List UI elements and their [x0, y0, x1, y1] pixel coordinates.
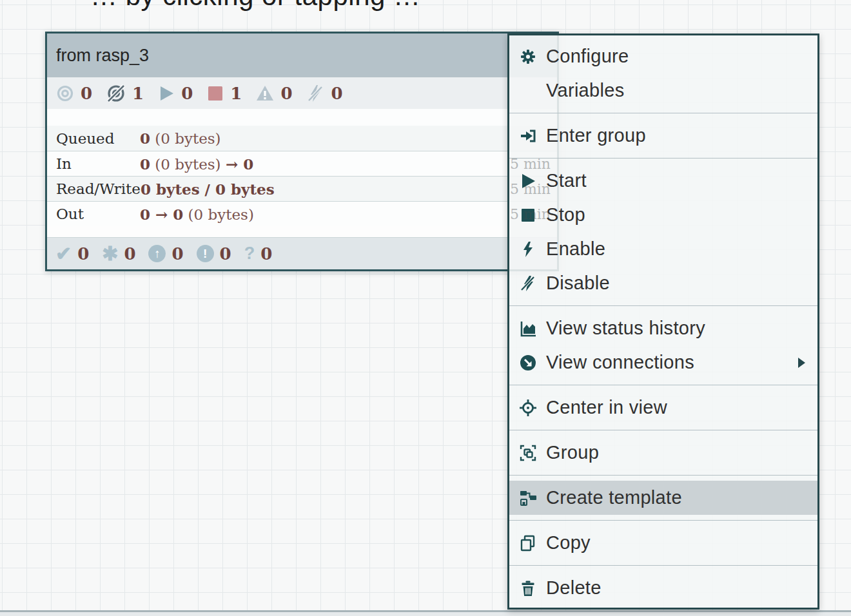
- process-group-footer: ✔ 0 ✱ 0 ↑ 0 ! 0 ? 0: [47, 237, 557, 269]
- asterisk-icon: ✱: [102, 244, 118, 264]
- menu-item-variables[interactable]: Variables: [509, 73, 817, 108]
- disabled-count: 0: [331, 84, 342, 103]
- menu-item-create-template[interactable]: Create template: [509, 481, 817, 515]
- stat-five-min: 5 min: [510, 156, 551, 172]
- menu-item-configure[interactable]: Configure: [509, 39, 817, 73]
- stat-label: Out: [56, 206, 140, 222]
- canvas-bottom-edge: [0, 610, 851, 616]
- status-invalid: 0: [255, 84, 292, 103]
- menu-item-enter-group[interactable]: Enter group: [509, 119, 817, 153]
- create-template-icon: [518, 489, 538, 507]
- menu-separator: [509, 385, 817, 385]
- menu-item-label: Enable: [546, 238, 605, 260]
- gear-icon: [518, 48, 538, 66]
- stat-row-in: In 0 (0 bytes) → 0 5 min: [47, 151, 557, 176]
- not-transmitting-icon: [106, 83, 126, 104]
- enter-group-icon: [518, 127, 538, 145]
- status-not-transmitting: 1: [106, 83, 144, 104]
- version-stale: ↑ 0: [148, 244, 183, 264]
- process-group-status-bar: 0 1 0 1: [47, 77, 557, 109]
- menu-item-label: View status history: [546, 318, 705, 339]
- area-chart-icon: [518, 320, 538, 338]
- stat-row-read-write: Read/Write 0 bytes / 0 bytes 5 min: [47, 176, 557, 201]
- exclamation-circle-icon: !: [197, 245, 214, 262]
- up-arrow-circle-icon: ↑: [148, 245, 166, 262]
- menu-item-group[interactable]: Group: [509, 436, 817, 470]
- stat-row-out: Out 0 → 0 (0 bytes) 5 min: [47, 201, 557, 226]
- menu-item-label: Center in view: [546, 397, 667, 418]
- submenu-arrow-icon: [798, 357, 806, 369]
- menu-item-label: Copy: [546, 532, 591, 553]
- locally-modified-stale-count: 0: [220, 244, 231, 264]
- version-locally-modified: ✱ 0: [102, 244, 135, 264]
- stat-value: 0 bytes / 0 bytes: [141, 180, 275, 198]
- locally-modified-count: 0: [124, 244, 135, 264]
- menu-item-view-status-history[interactable]: View status history: [509, 311, 817, 345]
- stat-five-min: 5 min: [510, 181, 551, 197]
- menu-item-view-connections[interactable]: View connections: [509, 345, 817, 380]
- menu-item-center-in-view[interactable]: Center in view: [509, 390, 817, 425]
- status-disabled: 0: [306, 84, 342, 103]
- menu-separator: [509, 158, 817, 159]
- menu-item-copy[interactable]: Copy: [509, 526, 817, 560]
- stat-label: Read/Write: [56, 180, 141, 197]
- stat-five-min: 5 min: [510, 206, 551, 222]
- menu-item-label: Start: [546, 170, 587, 191]
- menu-item-enable[interactable]: Enable: [509, 232, 817, 266]
- sync-failure-count: 0: [260, 244, 272, 264]
- menu-item-delete[interactable]: Delete: [509, 571, 817, 605]
- stat-label: Queued: [56, 130, 140, 147]
- stat-value: 0 (0 bytes): [140, 130, 221, 147]
- menu-separator: [509, 305, 817, 306]
- transmitting-icon: [55, 84, 75, 103]
- status-stopped: 1: [206, 84, 242, 103]
- menu-item-label: Configure: [546, 46, 629, 67]
- clipped-heading-text: … by clicking or tapping …: [90, 0, 709, 12]
- lightning-icon: [518, 241, 538, 258]
- stat-row-queued: Queued 0 (0 bytes): [47, 126, 557, 151]
- running-count: 0: [181, 84, 193, 103]
- stale-count: 0: [171, 244, 183, 264]
- version-sync-failure: ? 0: [244, 244, 273, 264]
- menu-separator: [509, 113, 817, 113]
- menu-separator: [509, 430, 817, 430]
- play-icon: [157, 84, 175, 102]
- copy-icon: [518, 534, 538, 552]
- process-group-header: from rasp_3: [47, 34, 557, 77]
- menu-item-label: Enter group: [546, 125, 646, 146]
- warning-icon: [255, 84, 275, 103]
- stopped-count: 1: [230, 84, 242, 103]
- menu-item-disable[interactable]: Disable: [509, 266, 817, 300]
- question-mark-icon: ?: [244, 245, 255, 262]
- menu-item-label: Delete: [546, 577, 602, 599]
- connections-circle-arrow-icon: [518, 354, 538, 372]
- stat-value: 0 (0 bytes) → 0: [140, 155, 253, 173]
- canvas[interactable]: { "page": { "canvas_bg": "#f7f8f8", "gri…: [0, 0, 851, 616]
- menu-item-stop[interactable]: Stop: [509, 198, 817, 232]
- menu-item-label: Stop: [546, 204, 585, 226]
- version-locally-modified-stale: ! 0: [197, 244, 231, 264]
- status-running: 0: [157, 84, 193, 103]
- transmitting-count: 0: [81, 84, 92, 103]
- menu-item-start[interactable]: Start: [509, 164, 817, 198]
- lightning-slash-icon: [518, 275, 538, 292]
- disabled-lightning-icon: [306, 84, 325, 103]
- process-group-stats: Queued 0 (0 bytes) In 0 (0 bytes) → 0 5 …: [47, 109, 557, 226]
- check-icon: ✔: [55, 244, 72, 264]
- menu-item-label: View connections: [546, 352, 694, 373]
- trash-icon: [518, 580, 538, 597]
- menu-item-label: Group: [546, 442, 599, 463]
- up-to-date-count: 0: [77, 244, 89, 264]
- menu-separator: [509, 520, 817, 521]
- version-up-to-date: ✔ 0: [55, 244, 89, 264]
- context-menu: Configure Variables Enter group Start St…: [507, 34, 819, 610]
- crosshair-icon: [518, 399, 538, 417]
- group-selection-icon: [518, 444, 538, 462]
- stat-value: 0 → 0 (0 bytes): [140, 206, 254, 223]
- menu-separator: [509, 565, 817, 566]
- process-group[interactable]: from rasp_3 0 1 0: [45, 32, 559, 271]
- status-transmitting: 0: [55, 84, 92, 103]
- process-group-title: from rasp_3: [56, 46, 149, 66]
- menu-separator: [509, 475, 817, 476]
- menu-item-label: Disable: [546, 273, 610, 294]
